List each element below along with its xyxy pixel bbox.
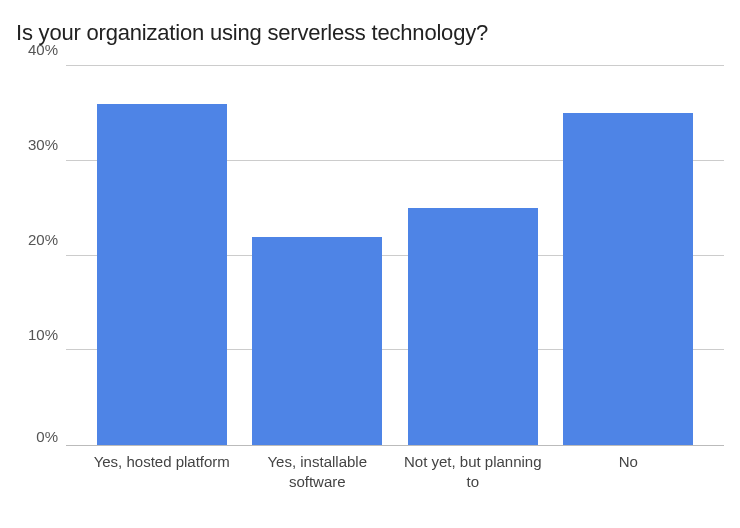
- x-label: Yes, installable software: [240, 452, 396, 491]
- y-tick-label: 20%: [28, 231, 58, 248]
- bar-yes-installable: [252, 237, 382, 445]
- bar-slot: [395, 66, 551, 445]
- x-label: Not yet, but planning to: [395, 452, 551, 491]
- y-axis: 0% 10% 20% 30% 40%: [16, 66, 66, 446]
- plot-area: [66, 66, 724, 446]
- y-tick-label: 0%: [36, 428, 58, 445]
- bar-slot: [84, 66, 240, 445]
- y-tick-label: 40%: [28, 41, 58, 58]
- bar-not-yet: [408, 208, 538, 445]
- y-tick-label: 10%: [28, 326, 58, 343]
- x-label: No: [551, 452, 707, 491]
- x-label: Yes, hosted platform: [84, 452, 240, 491]
- chart-area: 0% 10% 20% 30% 40% Yes, hosted platform: [16, 66, 724, 506]
- bars-container: [66, 66, 724, 445]
- chart-title: Is your organization using serverless te…: [16, 20, 724, 46]
- y-tick-label: 30%: [28, 136, 58, 153]
- bar-no: [563, 113, 693, 445]
- bar-slot: [240, 66, 396, 445]
- bar-slot: [551, 66, 707, 445]
- bar-yes-hosted: [97, 104, 227, 445]
- x-axis-labels: Yes, hosted platform Yes, installable so…: [66, 452, 724, 491]
